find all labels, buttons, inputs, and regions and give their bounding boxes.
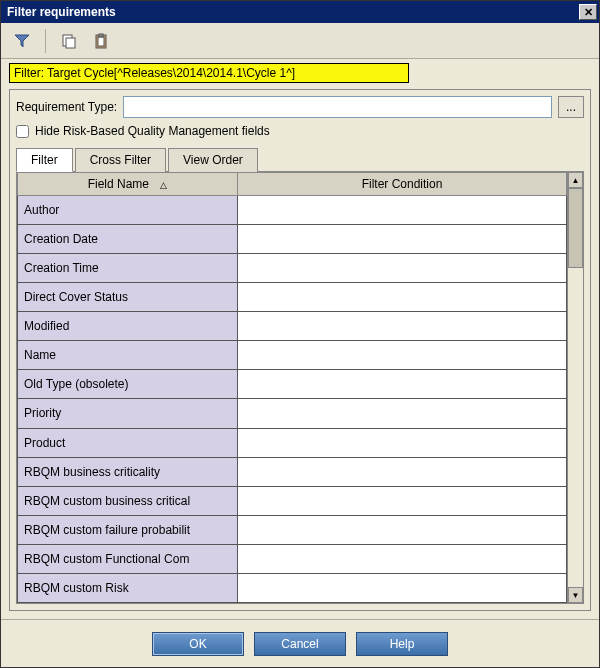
field-name-cell: RBQM custom Functional Com (18, 544, 238, 573)
filter-panel: Requirement Type: ... Hide Risk-Based Qu… (9, 89, 591, 611)
toolbar (1, 23, 599, 59)
table-row: RBQM business criticality (18, 457, 567, 486)
titlebar: Filter requirements ✕ (1, 1, 599, 23)
tab-cross-filter[interactable]: Cross Filter (75, 148, 166, 172)
header-field-name[interactable]: Field Name △ (18, 173, 238, 196)
field-name-cell: Creation Date (18, 225, 238, 254)
table-row: Author (18, 196, 567, 225)
tab-view-order-label: View Order (183, 153, 243, 167)
grid-container: Field Name △ Filter Condition AuthorCrea… (16, 171, 584, 604)
tab-cross-filter-label: Cross Filter (90, 153, 151, 167)
header-filter-condition-label: Filter Condition (362, 177, 443, 191)
header-field-name-label: Field Name (88, 177, 149, 191)
svg-rect-5 (99, 34, 103, 37)
clipboard-icon (93, 33, 109, 49)
filter-condition-cell[interactable] (238, 196, 567, 225)
copy-icon (61, 33, 77, 49)
content-area: Filter: Target Cycle[^Releases\2014\2014… (1, 59, 599, 619)
table-row: RBQM custom business critical (18, 486, 567, 515)
field-name-cell: RBQM custom business critical (18, 486, 238, 515)
cancel-button-label: Cancel (281, 637, 318, 651)
ellipsis-icon: ... (566, 100, 576, 114)
table-row: Direct Cover Status (18, 283, 567, 312)
scroll-up-button[interactable]: ▲ (568, 172, 583, 188)
tab-view-order[interactable]: View Order (168, 148, 258, 172)
filter-condition-cell[interactable] (238, 544, 567, 573)
field-name-cell: Author (18, 196, 238, 225)
table-row: Creation Date (18, 225, 567, 254)
window-title: Filter requirements (7, 5, 579, 19)
svg-rect-2 (66, 38, 75, 48)
filter-condition-cell[interactable] (238, 399, 567, 428)
svg-rect-4 (98, 37, 104, 46)
tab-strip: Filter Cross Filter View Order (16, 148, 584, 172)
scroll-thumb[interactable] (568, 188, 583, 268)
requirement-type-input[interactable] (123, 96, 552, 118)
paste-tool-button[interactable] (88, 28, 114, 54)
table-row: RBQM custom Functional Com (18, 544, 567, 573)
hide-rbqm-row: Hide Risk-Based Quality Management field… (16, 124, 584, 138)
filter-dialog: Filter requirements ✕ Filter: Targ (0, 0, 600, 668)
toolbar-separator (45, 29, 46, 53)
copy-tool-button[interactable] (56, 28, 82, 54)
filter-condition-cell[interactable] (238, 515, 567, 544)
cancel-button[interactable]: Cancel (254, 632, 346, 656)
table-row: Old Type (obsolete) (18, 370, 567, 399)
filter-summary: Filter: Target Cycle[^Releases\2014\2014… (9, 63, 409, 83)
filter-condition-cell[interactable] (238, 486, 567, 515)
filter-condition-cell[interactable] (238, 457, 567, 486)
filter-tool-button[interactable] (9, 28, 35, 54)
field-name-cell: Creation Time (18, 254, 238, 283)
table-row: Product (18, 428, 567, 457)
close-icon: ✕ (584, 6, 593, 19)
filter-condition-cell[interactable] (238, 312, 567, 341)
close-button[interactable]: ✕ (579, 4, 597, 20)
field-name-cell: Modified (18, 312, 238, 341)
table-row: RBQM custom Risk (18, 573, 567, 602)
help-button[interactable]: Help (356, 632, 448, 656)
vertical-scrollbar[interactable]: ▲ ▼ (567, 172, 583, 603)
sort-asc-icon: △ (160, 180, 167, 190)
field-name-cell: Name (18, 341, 238, 370)
funnel-icon (14, 33, 30, 49)
tab-filter-label: Filter (31, 153, 58, 167)
filter-grid: Field Name △ Filter Condition AuthorCrea… (17, 172, 567, 603)
filter-condition-cell[interactable] (238, 283, 567, 312)
filter-condition-cell[interactable] (238, 225, 567, 254)
field-name-cell: Old Type (obsolete) (18, 370, 238, 399)
filter-condition-cell[interactable] (238, 254, 567, 283)
requirement-type-row: Requirement Type: ... (16, 96, 584, 118)
svg-marker-0 (15, 35, 29, 47)
ok-button-label: OK (189, 637, 206, 651)
help-button-label: Help (390, 637, 415, 651)
tab-filter[interactable]: Filter (16, 148, 73, 172)
field-name-cell: Product (18, 428, 238, 457)
hide-rbqm-label: Hide Risk-Based Quality Management field… (35, 124, 270, 138)
field-name-cell: RBQM custom Risk (18, 573, 238, 602)
table-row: Modified (18, 312, 567, 341)
dialog-button-row: OK Cancel Help (1, 619, 599, 667)
requirement-type-label: Requirement Type: (16, 100, 117, 114)
table-row: Creation Time (18, 254, 567, 283)
filter-condition-cell[interactable] (238, 573, 567, 602)
hide-rbqm-checkbox[interactable] (16, 125, 29, 138)
field-name-cell: Direct Cover Status (18, 283, 238, 312)
header-filter-condition[interactable]: Filter Condition (238, 173, 567, 196)
table-row: Name (18, 341, 567, 370)
filter-condition-cell[interactable] (238, 341, 567, 370)
ok-button[interactable]: OK (152, 632, 244, 656)
field-name-cell: Priority (18, 399, 238, 428)
filter-condition-cell[interactable] (238, 428, 567, 457)
field-name-cell: RBQM custom failure probabilit (18, 515, 238, 544)
scroll-track[interactable] (568, 188, 583, 587)
scroll-down-button[interactable]: ▼ (568, 587, 583, 603)
filter-condition-cell[interactable] (238, 370, 567, 399)
table-row: Priority (18, 399, 567, 428)
field-name-cell: RBQM business criticality (18, 457, 238, 486)
requirement-type-browse-button[interactable]: ... (558, 96, 584, 118)
table-row: RBQM custom failure probabilit (18, 515, 567, 544)
